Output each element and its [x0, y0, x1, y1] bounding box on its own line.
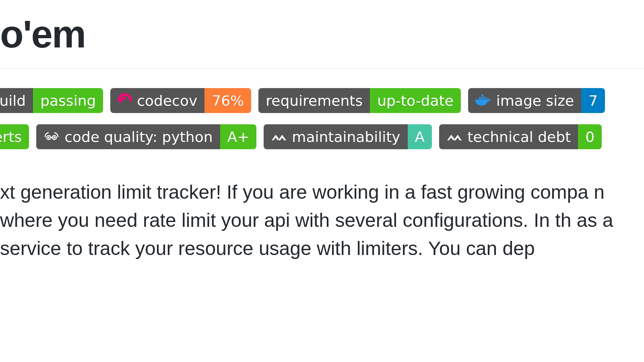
badge-code-quality[interactable]: code quality: python A+: [36, 124, 256, 149]
badge-codecov-label: codecov: [137, 93, 197, 109]
svg-rect-6: [484, 97, 486, 99]
badge-codecov-value: 76%: [204, 88, 251, 113]
badge-requirements-value: up-to-date: [370, 88, 461, 113]
badge-requirements[interactable]: requirements up-to-date: [258, 88, 461, 113]
badge-code-quality-label: code quality: python: [64, 129, 213, 145]
badge-technical-debt-value: 0: [578, 124, 602, 149]
badge-maintainability-value: A: [408, 124, 432, 149]
svg-point-12: [54, 137, 55, 138]
badge-build[interactable]: build passing: [0, 88, 103, 113]
badge-technical-debt-label: technical debt: [467, 129, 571, 145]
readme-description: xt generation limit tracker! If you are …: [0, 160, 644, 263]
docker-icon: [475, 94, 491, 107]
svg-rect-5: [481, 97, 483, 99]
badge-build-label: build: [0, 88, 33, 113]
codeclimate-icon: [271, 132, 287, 142]
badge-build-value: passing: [33, 88, 103, 113]
badge-row-2: 0 alerts: [0, 124, 644, 149]
badge-image-size[interactable]: image size 7: [468, 88, 605, 113]
svg-rect-4: [479, 97, 481, 99]
badge-image-size-value: 7: [581, 88, 605, 113]
badge-row-1: MIT build passing codecov 76% requiremen…: [0, 88, 644, 113]
badge-technical-debt[interactable]: technical debt 0: [439, 124, 602, 149]
page-title: o'em: [0, 0, 644, 69]
badge-codecov[interactable]: codecov 76%: [110, 88, 251, 113]
badge-maintainability-label: maintainability: [292, 129, 400, 145]
badge-code-quality-value: A+: [220, 124, 257, 149]
badge-alerts-value: 0 alerts: [0, 124, 29, 149]
badge-image-size-label: image size: [496, 93, 574, 109]
badge-maintainability[interactable]: maintainability A: [264, 124, 432, 149]
svg-point-11: [48, 137, 49, 138]
codecov-icon: [118, 93, 132, 108]
svg-rect-7: [481, 95, 483, 97]
badge-alerts[interactable]: 0 alerts: [0, 124, 29, 149]
codeclimate-icon: [446, 132, 462, 142]
lgtm-icon: [43, 131, 60, 142]
badge-requirements-label: requirements: [258, 88, 370, 113]
